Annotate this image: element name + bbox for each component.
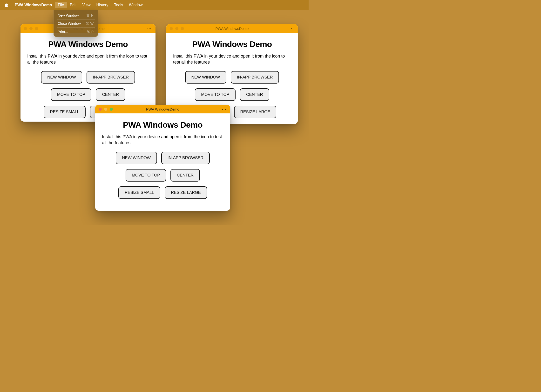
- button-grid: NEW WINDOW IN-APP BROWSER MOVE TO TOP CE…: [102, 152, 223, 199]
- close-icon[interactable]: [24, 27, 27, 30]
- file-menu-dropdown: New Window ⌘ N Close Window ⌘ W Print...…: [54, 10, 98, 37]
- move-to-top-button[interactable]: MOVE TO TOP: [126, 169, 166, 182]
- resize-large-button[interactable]: RESIZE LARGE: [234, 106, 277, 118]
- apple-logo-icon[interactable]: [4, 3, 8, 7]
- center-button[interactable]: CENTER: [170, 169, 200, 182]
- page-heading: PWA Windows Demo: [102, 120, 223, 130]
- menu-separator: [57, 27, 95, 28]
- new-window-button[interactable]: NEW WINDOW: [116, 152, 157, 164]
- resize-small-button[interactable]: RESIZE SMALL: [44, 106, 86, 118]
- menubar-item-file[interactable]: File: [55, 2, 67, 8]
- window-content: PWA Windows Demo Install this PWA in you…: [95, 113, 230, 206]
- more-icon[interactable]: ⋯: [222, 106, 226, 112]
- resize-small-button[interactable]: RESIZE SMALL: [118, 186, 160, 199]
- file-menu-print[interactable]: Print... ⌘ P: [55, 28, 96, 35]
- move-to-top-button[interactable]: MOVE TO TOP: [51, 88, 92, 101]
- traffic-lights: [99, 108, 113, 111]
- menu-item-label: New Window: [58, 13, 79, 17]
- menu-item-shortcut: ⌘ W: [86, 22, 94, 26]
- more-icon[interactable]: ⋯: [289, 26, 294, 31]
- in-app-browser-button[interactable]: IN-APP BROWSER: [231, 71, 279, 84]
- traffic-lights: [170, 27, 184, 30]
- menu-item-label: Print...: [58, 30, 68, 34]
- page-heading: PWA Windows Demo: [27, 39, 149, 49]
- menu-item-shortcut: ⌘ P: [87, 30, 94, 34]
- minimize-icon[interactable]: [175, 27, 178, 30]
- window-titlebar[interactable]: PWA WindowsDemo ⋯: [95, 105, 230, 113]
- page-heading: PWA Windows Demo: [173, 39, 291, 49]
- window-title: PWA WindowsDemo: [95, 107, 230, 111]
- resize-large-button[interactable]: RESIZE LARGE: [165, 186, 207, 199]
- page-description: Install this PWA in your device and open…: [173, 53, 291, 65]
- new-window-button[interactable]: NEW WINDOW: [185, 71, 226, 84]
- menubar-item-tools[interactable]: Tools: [111, 2, 126, 8]
- menubar-item-window[interactable]: Window: [126, 2, 146, 8]
- menubar-item-edit[interactable]: Edit: [67, 2, 80, 8]
- minimize-icon[interactable]: [104, 108, 107, 111]
- maximize-icon[interactable]: [35, 27, 38, 30]
- minimize-icon[interactable]: [29, 27, 33, 30]
- in-app-browser-button[interactable]: IN-APP BROWSER: [161, 152, 210, 164]
- center-button[interactable]: CENTER: [96, 88, 125, 101]
- in-app-browser-button[interactable]: IN-APP BROWSER: [87, 71, 135, 84]
- window-titlebar[interactable]: PWA WindowsDemo ⋯: [166, 24, 298, 33]
- file-menu-close-window[interactable]: Close Window ⌘ W: [55, 20, 96, 27]
- window-title: PWA WindowsDemo: [166, 26, 298, 31]
- page-description: Install this PWA in your device and open…: [102, 134, 223, 146]
- center-button[interactable]: CENTER: [240, 88, 269, 101]
- system-menubar: PWA WindowsDemo File Edit View History T…: [0, 0, 309, 10]
- menubar-item-view[interactable]: View: [79, 2, 93, 8]
- traffic-lights: [24, 27, 38, 30]
- pwa-window-3[interactable]: PWA WindowsDemo ⋯ PWA Windows Demo Insta…: [95, 105, 230, 211]
- move-to-top-button[interactable]: MOVE TO TOP: [195, 88, 236, 101]
- menubar-item-history[interactable]: History: [94, 2, 111, 8]
- menu-separator: [57, 19, 95, 20]
- close-icon[interactable]: [170, 27, 173, 30]
- menu-item-label: Close Window: [58, 21, 81, 26]
- maximize-icon[interactable]: [110, 108, 113, 111]
- close-icon[interactable]: [99, 108, 102, 111]
- page-description: Install this PWA in your device and open…: [27, 53, 149, 65]
- menu-item-shortcut: ⌘ N: [86, 13, 94, 17]
- menubar-app-name[interactable]: PWA WindowsDemo: [12, 2, 55, 8]
- more-icon[interactable]: ⋯: [147, 26, 152, 31]
- maximize-icon[interactable]: [181, 27, 184, 30]
- new-window-button[interactable]: NEW WINDOW: [41, 71, 82, 84]
- file-menu-new-window[interactable]: New Window ⌘ N: [55, 12, 96, 19]
